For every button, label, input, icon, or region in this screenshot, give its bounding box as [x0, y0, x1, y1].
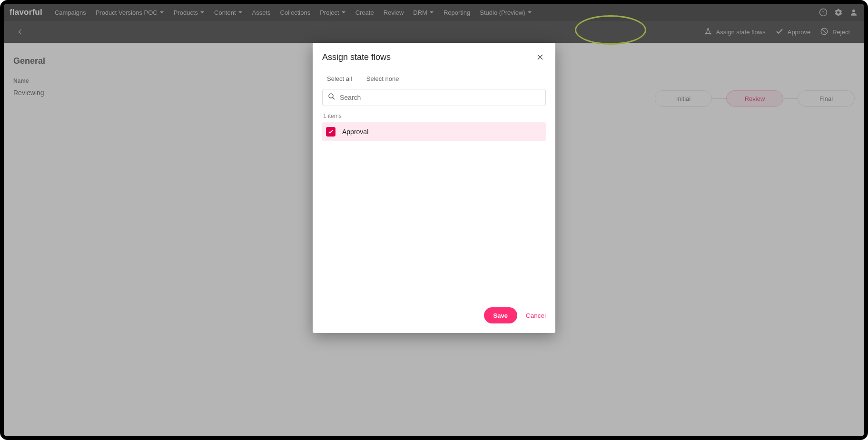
svg-point-7: [329, 94, 333, 98]
search-icon: [327, 92, 336, 103]
item-count: 1 items: [323, 113, 545, 119]
search-input[interactable]: [340, 94, 541, 101]
modal-title: Assign state flows: [322, 52, 391, 62]
cancel-button[interactable]: Cancel: [526, 312, 546, 319]
assign-state-flows-modal: Assign state flows Select all Select non…: [313, 43, 555, 333]
save-button[interactable]: Save: [484, 307, 517, 323]
search-input-wrap[interactable]: [322, 89, 546, 106]
checkbox[interactable]: [326, 127, 335, 137]
list-item[interactable]: Approval: [322, 122, 546, 141]
close-icon[interactable]: [534, 51, 546, 63]
list-item-label: Approval: [342, 128, 368, 136]
select-all-link[interactable]: Select all: [327, 75, 352, 82]
select-none-link[interactable]: Select none: [366, 75, 399, 82]
